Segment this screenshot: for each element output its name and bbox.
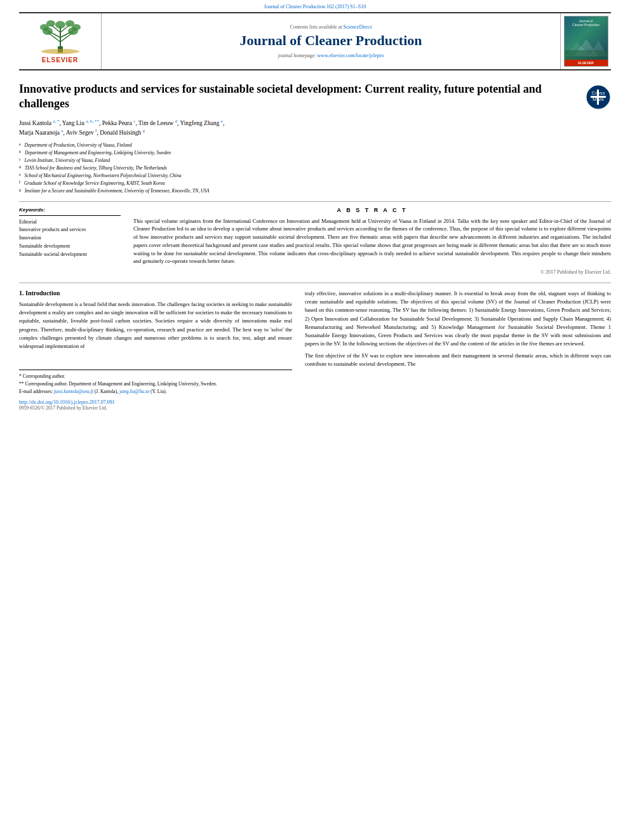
elsevier-label: ELSEVIER	[42, 57, 78, 63]
journal-cover-section: Journal ofCleaner Production ELSEVIER	[560, 13, 611, 69]
section1-heading: 1. Introduction	[19, 290, 292, 297]
left-column: 1. Introduction Sustainable development …	[19, 290, 292, 411]
svg-rect-19	[565, 50, 608, 60]
crossmark-badge: Cross Mark	[579, 82, 611, 111]
right-column: truly effective, innovative solutions in…	[305, 290, 611, 411]
svg-point-14	[55, 21, 65, 29]
keywords-divider	[19, 215, 121, 216]
email2-name: (Y. Liu).	[151, 389, 167, 394]
section-divider	[19, 283, 611, 283]
footnote-corresponding1: * Corresponding author.	[19, 373, 292, 380]
sciencedirect-link[interactable]: ScienceDirect	[344, 24, 372, 30]
affil-g: g Institute for a Secure and Sustainable…	[19, 187, 611, 195]
keywords-column: Keywords: Editorial Innovative products …	[19, 207, 121, 276]
divider-1	[19, 201, 611, 202]
footnote-corresponding2: ** Corresponding author. Department of M…	[19, 380, 292, 388]
homepage-label: journal homepage:	[278, 53, 316, 58]
affil-e: e School of Mechanical Engineering, Nort…	[19, 172, 611, 180]
abstract-body: This special volume originates from the …	[133, 217, 611, 266]
abstract-section: Keywords: Editorial Innovative products …	[19, 207, 611, 276]
copyright-line: © 2017 Published by Elsevier Ltd.	[133, 269, 611, 275]
keyword-innovative: Innovative products and services	[19, 226, 121, 234]
elsevier-logo-section: ELSEVIER	[19, 13, 102, 69]
keyword-societal: Sustainable societal development	[19, 251, 121, 259]
journal-header: ELSEVIER Contents lists available at Sci…	[19, 12, 611, 70]
contents-label: Contents lists available at	[290, 24, 342, 30]
svg-rect-24	[597, 90, 599, 105]
email1-name: (J. Kantola),	[95, 389, 118, 394]
article-content: Innovative products and services for sus…	[0, 70, 630, 411]
authors-line: Jussi Kantola a, *, Yang Liu a, b, **, P…	[19, 118, 611, 138]
doi-link[interactable]: http://dx.doi.org/10.1016/j.jclepro.2017…	[19, 399, 115, 405]
page: Journal of Cleaner Production 162 (2017)…	[0, 0, 630, 840]
affil-f: f Graduate School of Knowledge Service E…	[19, 180, 611, 187]
issn-line: 0959-6526/© 2017 Published by Elsevier L…	[19, 405, 292, 411]
email-label: E-mail addresses:	[19, 389, 53, 394]
journal-cover-image: Journal ofCleaner Production ELSEVIER	[564, 16, 608, 67]
doi-line[interactable]: http://dx.doi.org/10.1016/j.jclepro.2017…	[19, 399, 292, 405]
affiliations: a Department of Production, University o…	[19, 142, 611, 195]
contents-line: Contents lists available at ScienceDirec…	[290, 24, 372, 30]
svg-point-13	[65, 20, 74, 27]
email1-link[interactable]: jussi.kantola@uva.fi	[54, 389, 93, 394]
article-title-section: Innovative products and services for sus…	[19, 70, 611, 118]
article-title: Innovative products and services for sus…	[19, 82, 553, 112]
email2-link[interactable]: yang.liu@liu.se	[119, 389, 149, 394]
footnote-email-line: E-mail addresses: jussi.kantola@uva.fi (…	[19, 388, 292, 396]
intro-para2: truly effective, innovative solutions in…	[305, 290, 611, 348]
elsevier-tree-icon	[35, 20, 86, 55]
affil-d: d TIAS School for Business and Society, …	[19, 164, 611, 172]
intro-para1: Sustainable development is a broad field…	[19, 300, 292, 350]
journal-title: Journal of Cleaner Production	[239, 32, 422, 49]
abstract-heading: A B S T R A C T	[133, 207, 611, 213]
cover-top-text: Journal ofCleaner Production	[570, 19, 601, 27]
keyword-sustainable: Sustainable development	[19, 243, 121, 251]
svg-point-15	[41, 49, 79, 54]
footnote-area: * Corresponding author. ** Corresponding…	[19, 370, 292, 396]
journal-header-center: Contents lists available at ScienceDirec…	[102, 13, 560, 69]
keyword-editorial: Editorial	[19, 218, 121, 227]
svg-point-10	[46, 20, 55, 27]
journal-homepage: journal homepage: www.elsevier.com/locat…	[278, 53, 384, 58]
cover-mountain-icon	[565, 37, 608, 60]
keywords-title: Keywords:	[19, 207, 121, 213]
main-body-columns: 1. Introduction Sustainable development …	[19, 290, 611, 411]
intro-para3: The first objective of the SV was to exp…	[305, 352, 611, 368]
abstract-column: A B S T R A C T This special volume orig…	[133, 207, 611, 276]
journal-reference-bar: Journal of Cleaner Production 162 (2017)…	[0, 0, 630, 12]
section-number: 1. Introduction	[19, 290, 60, 297]
keyword-innovation: Innovation	[19, 234, 121, 243]
affil-c: c Levón Institute, University of Vaasa, …	[19, 157, 611, 164]
crossmark-icon: Cross Mark	[586, 84, 611, 110]
journal-ref-text: Journal of Cleaner Production 162 (2017)…	[264, 4, 366, 10]
cover-label: ELSEVIER	[565, 60, 608, 66]
homepage-url[interactable]: www.elsevier.com/locate/jclepro	[317, 53, 384, 58]
affil-b: b Department of Management and Engineeri…	[19, 149, 611, 157]
affil-a: a Department of Production, University o…	[19, 142, 611, 149]
elsevier-logo: ELSEVIER	[35, 20, 86, 63]
